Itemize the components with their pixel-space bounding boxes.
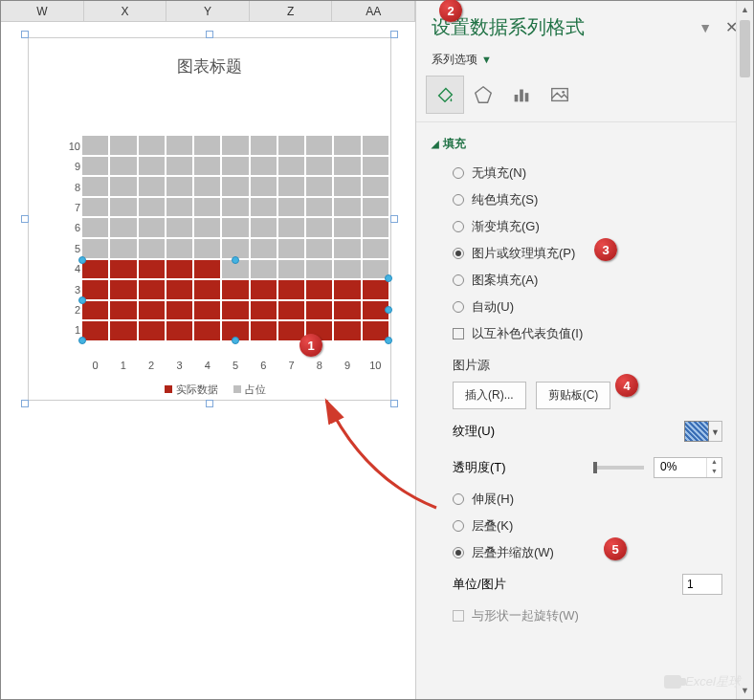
- chart-cell[interactable]: [334, 218, 360, 237]
- chart-cell[interactable]: [334, 321, 360, 340]
- chart-cell[interactable]: [82, 301, 108, 320]
- fill-line-tab[interactable]: [426, 76, 464, 114]
- chart-cell[interactable]: [194, 218, 220, 237]
- chart-cell[interactable]: [334, 157, 360, 176]
- chart-cell[interactable]: [306, 260, 332, 279]
- pane-scrollbar[interactable]: ▲ ▼: [736, 1, 753, 699]
- radio-auto-fill[interactable]: 自动(U): [426, 294, 751, 320]
- col-header[interactable]: Z: [250, 1, 333, 21]
- chart-cell[interactable]: [222, 136, 248, 155]
- chart-cell[interactable]: [222, 177, 248, 196]
- chevron-down-icon[interactable]: ▼: [481, 54, 492, 65]
- radio-stack-scale[interactable]: 层叠并缩放(W) 5: [426, 539, 751, 566]
- chart-cell[interactable]: [278, 218, 304, 237]
- chart-cell[interactable]: [306, 239, 332, 258]
- chart-cell[interactable]: [110, 260, 136, 279]
- fill-section-header[interactable]: ◢填充: [426, 128, 751, 160]
- chart-cell[interactable]: [222, 301, 248, 320]
- chart-cell[interactable]: [82, 218, 108, 237]
- chart-legend[interactable]: 实际数据 占位: [29, 383, 390, 397]
- chart-cell[interactable]: [278, 198, 304, 217]
- chart-cell[interactable]: [166, 301, 192, 320]
- transparency-input[interactable]: 0% ▲▼: [654, 457, 722, 478]
- col-header[interactable]: AA: [332, 1, 415, 21]
- series-selection-handle[interactable]: [232, 256, 239, 264]
- chart-cell[interactable]: [334, 136, 360, 155]
- chart-cell[interactable]: [166, 157, 192, 176]
- chart-title[interactable]: 图表标题: [29, 38, 390, 83]
- picture-tab[interactable]: [541, 76, 579, 114]
- radio-no-fill[interactable]: 无填充(N): [426, 160, 751, 186]
- series-selection-handle[interactable]: [385, 306, 392, 314]
- chart-cell[interactable]: [110, 321, 136, 340]
- chart-cell[interactable]: [139, 280, 165, 299]
- chart-cell[interactable]: [82, 239, 108, 258]
- chart-cell[interactable]: [306, 177, 332, 196]
- chart-cell[interactable]: [82, 157, 108, 176]
- chart-cell[interactable]: [251, 239, 277, 258]
- chart-cell[interactable]: [222, 157, 248, 176]
- chart-cell[interactable]: [166, 177, 192, 196]
- resize-handle[interactable]: [390, 400, 398, 407]
- chart-cell[interactable]: [278, 177, 304, 196]
- chart-cell[interactable]: [334, 301, 360, 320]
- chart-cell[interactable]: [166, 321, 192, 340]
- resize-handle[interactable]: [390, 215, 398, 223]
- chart-cell[interactable]: [110, 198, 136, 217]
- chart-cell[interactable]: [306, 280, 332, 299]
- chart-cell[interactable]: [194, 157, 220, 176]
- series-selection-handle[interactable]: [385, 337, 392, 344]
- radio-solid-fill[interactable]: 纯色填充(S): [426, 186, 751, 213]
- clipboard-button[interactable]: 剪贴板(C): [536, 382, 611, 409]
- chart-cell[interactable]: [82, 136, 108, 155]
- chart-cell[interactable]: [251, 177, 277, 196]
- chart-cell[interactable]: [82, 198, 108, 217]
- chart-cell[interactable]: [251, 301, 277, 320]
- chart-cell[interactable]: [166, 239, 192, 258]
- chart-cell[interactable]: [139, 136, 165, 155]
- chart-cell[interactable]: [194, 301, 220, 320]
- chart-cell[interactable]: [110, 157, 136, 176]
- series-selection-handle[interactable]: [78, 337, 86, 344]
- resize-handle[interactable]: [21, 215, 29, 223]
- chart-cell[interactable]: [82, 177, 108, 196]
- chart-cell[interactable]: [363, 157, 388, 176]
- chart-cell[interactable]: [82, 280, 108, 299]
- chart-cell[interactable]: [306, 218, 332, 237]
- chart-cell[interactable]: [334, 239, 360, 258]
- chart-cell[interactable]: [222, 239, 248, 258]
- chart-cell[interactable]: [110, 301, 136, 320]
- chart-cell[interactable]: [82, 260, 108, 279]
- chart-cell[interactable]: [166, 218, 192, 237]
- chart-cell[interactable]: [251, 157, 277, 176]
- chart-cell[interactable]: [363, 280, 388, 299]
- chart-cell[interactable]: [363, 136, 388, 155]
- transparency-slider[interactable]: [596, 466, 644, 470]
- chart-cell[interactable]: [139, 198, 165, 217]
- chart-cell[interactable]: [306, 301, 332, 320]
- chart-cell[interactable]: [166, 198, 192, 217]
- radio-picture-fill[interactable]: 图片或纹理填充(P) 3: [426, 240, 751, 267]
- series-selection-handle[interactable]: [78, 256, 86, 264]
- col-header[interactable]: W: [1, 1, 84, 21]
- chart-cell[interactable]: [139, 260, 165, 279]
- chart-cell[interactable]: [110, 239, 136, 258]
- chart-cell[interactable]: [194, 239, 220, 258]
- chart-cell[interactable]: [251, 198, 277, 217]
- chart-cell[interactable]: [363, 218, 388, 237]
- chart-cell[interactable]: [334, 280, 360, 299]
- radio-gradient-fill[interactable]: 渐变填充(G): [426, 213, 751, 240]
- radio-stack[interactable]: 层叠(K): [426, 513, 751, 539]
- chart-cell[interactable]: [110, 136, 136, 155]
- chart-object[interactable]: 图表标题 12345678910 012345678910 实际数据 占位: [28, 37, 391, 401]
- chart-cell[interactable]: [110, 218, 136, 237]
- texture-swatch[interactable]: [684, 421, 709, 442]
- chart-cell[interactable]: [251, 218, 277, 237]
- chart-cell[interactable]: [278, 157, 304, 176]
- chart-cell[interactable]: [251, 260, 277, 279]
- series-options-dropdown[interactable]: 系列选项: [432, 53, 477, 66]
- resize-handle[interactable]: [21, 31, 29, 38]
- units-input[interactable]: [682, 574, 722, 595]
- check-invert-negative[interactable]: 以互补色代表负值(I): [426, 320, 751, 347]
- chart-cell[interactable]: [110, 177, 136, 196]
